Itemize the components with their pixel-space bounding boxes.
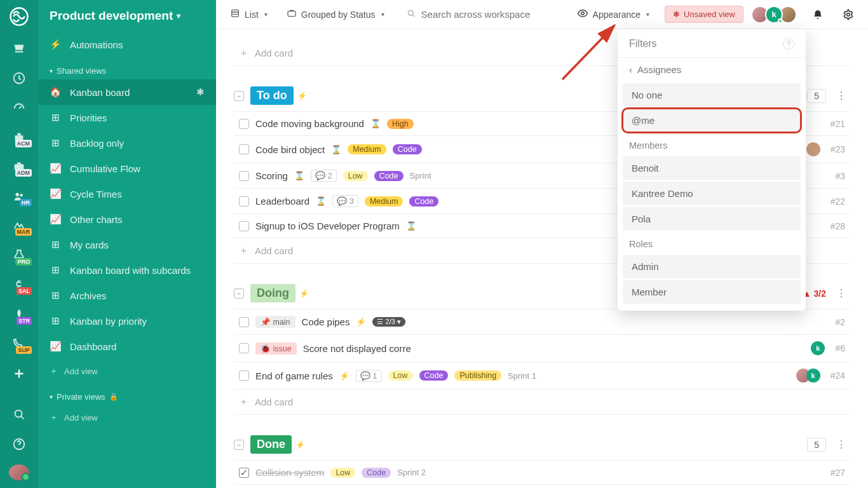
sidebar-automations[interactable]: ⚡ Automations <box>38 32 216 57</box>
sidebar-item-0[interactable]: 🏠Kanban board✱ <box>38 79 216 105</box>
card-id: #24 <box>831 370 845 381</box>
sidebar-section-private[interactable]: ▾Private views 🔒 <box>38 383 216 405</box>
search-input[interactable] <box>421 9 543 20</box>
card-checkbox[interactable] <box>239 317 249 327</box>
filter-opt-no-one[interactable]: No one <box>623 83 801 107</box>
sidebar-item-10[interactable]: 📈Dashboard <box>38 334 216 359</box>
card-id: #28 <box>831 221 845 231</box>
unsaved-view-badge[interactable]: ✱ Unsaved view <box>665 6 743 23</box>
sidebar-item-6[interactable]: ⊞My cards <box>38 232 216 257</box>
sidebar-item-3[interactable]: 📈Cumulative Flow <box>38 156 216 181</box>
group-2: − Done ⚡ 5 ⋮✓Collision systemLowCodeSpri… <box>234 433 850 488</box>
group-by-dropdown[interactable]: Grouped by Status▾ <box>283 4 388 24</box>
svg-point-14 <box>847 13 850 16</box>
view-mode-dropdown[interactable]: List▾ <box>226 4 271 24</box>
hourglass-icon: ⌛ <box>294 171 304 180</box>
rail-add-icon[interactable] <box>8 364 31 382</box>
card-row[interactable]: ✓Collision systemLowCodeSprint 2#27 <box>234 460 850 484</box>
sidebar-item-9[interactable]: ⊞Kanban by priority <box>38 308 216 334</box>
app-logo[interactable] <box>8 5 31 28</box>
sidebar-add-view-private[interactable]: ＋Add view <box>38 405 216 430</box>
card-row[interactable]: End of game rules⚡💬 1LowCodePublishingSp… <box>234 362 850 389</box>
label-pill: Publishing <box>454 370 501 381</box>
card-checkbox[interactable] <box>239 343 249 353</box>
view-icon: 📈 <box>50 214 61 225</box>
card-row[interactable]: ✓Create sprites for pipes✎HighAssetsPubl… <box>234 484 850 488</box>
comment-count: 💬 1 <box>356 370 382 382</box>
sidebar-item-7[interactable]: ⊞Kanban board with subcards <box>38 257 216 283</box>
card-checkbox[interactable] <box>239 119 249 129</box>
label-pill: Medium <box>365 196 403 207</box>
rail-ws-sup[interactable]: SUP <box>8 335 31 353</box>
rail-ws-mar[interactable]: MAR <box>8 217 31 234</box>
search-box[interactable] <box>400 4 549 25</box>
svg-point-13 <box>581 12 584 15</box>
filter-member-2[interactable]: Pola <box>623 207 801 231</box>
rail-ws-hr[interactable]: HR <box>8 187 31 205</box>
card-row[interactable]: 🐞 issueScore not displayed correk#6 <box>234 334 850 362</box>
sidebar-section-shared[interactable]: ▾Shared views <box>38 57 216 79</box>
sidebar-item-8[interactable]: ⊞Archives <box>38 283 216 308</box>
group-menu-icon[interactable]: ⋮ <box>832 90 850 102</box>
sidebar-add-view-shared[interactable]: ＋Add view <box>38 359 216 383</box>
rail-ws-acm[interactable]: ACM <box>8 128 31 146</box>
view-icon: ⊞ <box>50 264 61 276</box>
filter-opt-me[interactable]: @me <box>623 109 801 132</box>
filter-role-0[interactable]: Admin <box>623 255 801 278</box>
filters-members-label: Members <box>618 134 806 154</box>
eye-icon <box>577 8 588 21</box>
sidebar-item-2[interactable]: ⊞Backlog only <box>38 130 216 156</box>
label-pill: Medium <box>348 144 386 154</box>
rail-ws-str[interactable]: STR <box>8 305 31 323</box>
card-checkbox[interactable] <box>239 144 249 154</box>
subtask-badge: ☰ 2/3 ▾ <box>372 317 405 327</box>
sidebar-item-label: My cards <box>70 240 109 250</box>
rail-help-icon[interactable] <box>8 435 31 452</box>
collapse-icon[interactable]: − <box>234 440 244 450</box>
sidebar-item-1[interactable]: ⊞Priorities <box>38 105 216 130</box>
card-checkbox[interactable]: ✓ <box>239 468 249 478</box>
card-checkbox[interactable] <box>239 171 249 181</box>
card-title: Collision system <box>255 467 324 478</box>
sidebar-item-5[interactable]: 📈Other charts <box>38 207 216 232</box>
filters-popover: Filters ? ‹ Assignees No one @me Members… <box>618 29 806 311</box>
assignee-avatar <box>806 142 820 156</box>
settings-icon[interactable] <box>839 5 858 24</box>
label-pill: High <box>387 119 414 129</box>
rail-dashboard-icon[interactable] <box>8 98 31 116</box>
rail-ws-pro[interactable]: PRO <box>8 246 31 264</box>
filter-role-1[interactable]: Member <box>623 280 801 304</box>
collapse-icon[interactable]: − <box>234 288 244 299</box>
group-menu-icon[interactable]: ⋮ <box>832 438 850 451</box>
rail-search-icon[interactable] <box>8 405 31 423</box>
svg-point-6 <box>16 193 20 196</box>
sidebar-item-label: Dashboard <box>70 341 116 352</box>
group-menu-icon[interactable]: ⋮ <box>832 287 850 299</box>
rail-current-user-avatar[interactable] <box>9 464 29 480</box>
filter-member-1[interactable]: Kantree Demo <box>623 182 801 205</box>
filters-back[interactable]: ‹ Assignees <box>618 58 806 81</box>
rail-ws-sal[interactable]: SAL <box>8 276 31 294</box>
appearance-dropdown[interactable]: Appearance▾ <box>573 4 654 25</box>
card-row[interactable]: 📌 mainCode pipes⚡☰ 2/3 ▾#2 <box>234 309 850 334</box>
add-card[interactable]: ＋Add card <box>234 389 850 415</box>
bolt-icon: ⚡ <box>339 371 349 381</box>
card-checkbox[interactable] <box>239 196 249 207</box>
sidebar-item-4[interactable]: 📈Cycle Times <box>38 181 216 207</box>
card-id: #23 <box>831 144 845 154</box>
project-title-dropdown[interactable]: Product development▾ <box>38 0 216 32</box>
rail-inbox-icon[interactable] <box>8 39 31 57</box>
rail-recent-icon[interactable] <box>8 69 31 86</box>
collapse-icon[interactable]: − <box>234 91 244 101</box>
svg-rect-11 <box>288 11 295 17</box>
presence-avatars[interactable]: k <box>755 6 797 24</box>
notifications-icon[interactable] <box>808 5 827 24</box>
card-checkbox[interactable] <box>239 221 249 231</box>
filter-member-0[interactable]: Benoit <box>623 156 801 180</box>
nav-rail: ACM ADM HR MAR PRO SAL STR SUP <box>0 0 38 488</box>
card-title: End of game rules <box>255 370 333 381</box>
gear-icon[interactable]: ✱ <box>196 86 205 98</box>
rail-ws-adm[interactable]: ADM <box>8 158 31 175</box>
help-icon[interactable]: ? <box>783 38 794 50</box>
card-checkbox[interactable] <box>239 370 249 381</box>
